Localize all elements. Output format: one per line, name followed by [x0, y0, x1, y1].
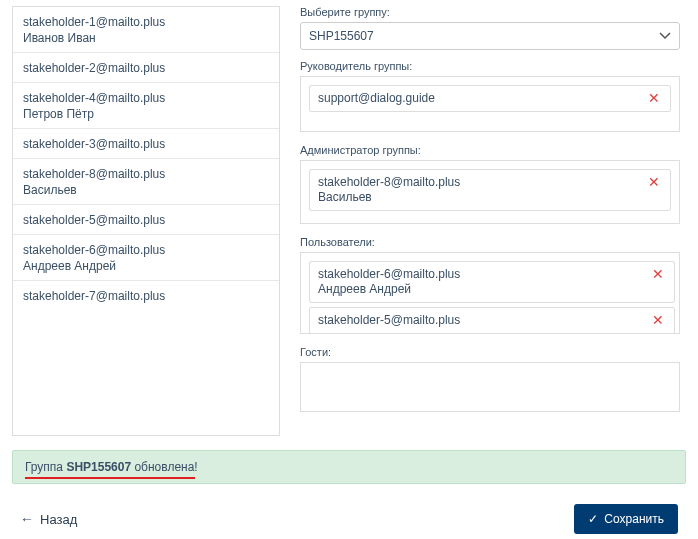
- admin-chip: stakeholder-8@mailto.plus Васильев ✕: [309, 169, 671, 211]
- list-item[interactable]: stakeholder-4@mailto.plus Петров Пётр: [13, 83, 279, 129]
- chip-email: stakeholder-8@mailto.plus: [318, 175, 640, 189]
- chevron-down-icon: [659, 29, 671, 43]
- group-admin-label: Администратор группы:: [300, 144, 680, 156]
- guests-label: Гости:: [300, 346, 680, 358]
- group-leader-label: Руководитель группы:: [300, 60, 680, 72]
- group-select[interactable]: SHP155607: [300, 22, 680, 50]
- users-label: Пользователи:: [300, 236, 680, 248]
- list-item[interactable]: stakeholder-6@mailto.plus Андреев Андрей: [13, 235, 279, 281]
- chip-email: stakeholder-6@mailto.plus: [318, 267, 644, 281]
- remove-icon[interactable]: ✕: [650, 267, 666, 281]
- stakeholder-email: stakeholder-2@mailto.plus: [23, 61, 269, 75]
- list-item[interactable]: stakeholder-7@mailto.plus: [13, 281, 279, 310]
- list-item[interactable]: stakeholder-2@mailto.plus: [13, 53, 279, 83]
- stakeholder-email: stakeholder-3@mailto.plus: [23, 137, 269, 151]
- leader-chip: support@dialog.guide ✕: [309, 85, 671, 112]
- list-item[interactable]: stakeholder-5@mailto.plus: [13, 205, 279, 235]
- leader-box[interactable]: support@dialog.guide ✕: [300, 76, 680, 132]
- stakeholder-email: stakeholder-4@mailto.plus: [23, 91, 269, 105]
- notification-suffix: обновлена!: [131, 460, 198, 474]
- user-chip: stakeholder-5@mailto.plus ✕: [309, 307, 675, 334]
- list-item[interactable]: stakeholder-8@mailto.plus Васильев: [13, 159, 279, 205]
- notification-group: SHP155607: [66, 460, 131, 474]
- save-label: Сохранить: [604, 512, 664, 526]
- chip-name: Васильев: [318, 190, 640, 204]
- stakeholder-list[interactable]: stakeholder-1@mailto.plus Иванов Иван st…: [12, 6, 280, 436]
- stakeholder-email: stakeholder-6@mailto.plus: [23, 243, 269, 257]
- stakeholder-email: stakeholder-8@mailto.plus: [23, 167, 269, 181]
- select-group-label: Выберите группу:: [300, 6, 680, 18]
- guests-box[interactable]: [300, 362, 680, 412]
- arrow-left-icon: ←: [20, 511, 34, 527]
- list-item[interactable]: stakeholder-1@mailto.plus Иванов Иван: [13, 7, 279, 53]
- notification-prefix: Группа: [25, 460, 66, 474]
- user-chip: stakeholder-6@mailto.plus Андреев Андрей…: [309, 261, 675, 303]
- chip-email: stakeholder-5@mailto.plus: [318, 313, 644, 327]
- back-button[interactable]: ← Назад: [20, 511, 77, 527]
- list-item[interactable]: stakeholder-3@mailto.plus: [13, 129, 279, 159]
- admin-box[interactable]: stakeholder-8@mailto.plus Васильев ✕: [300, 160, 680, 224]
- notification-bar: Группа SHP155607 обновлена!: [12, 450, 686, 484]
- remove-icon[interactable]: ✕: [646, 91, 662, 105]
- chip-email: support@dialog.guide: [318, 91, 640, 105]
- notification-underline: [25, 477, 195, 479]
- users-box[interactable]: stakeholder-6@mailto.plus Андреев Андрей…: [300, 252, 680, 334]
- back-label: Назад: [40, 512, 77, 527]
- chip-name: Андреев Андрей: [318, 282, 644, 296]
- stakeholder-name: Иванов Иван: [23, 31, 269, 45]
- stakeholder-email: stakeholder-1@mailto.plus: [23, 15, 269, 29]
- check-icon: [588, 512, 598, 526]
- save-button[interactable]: Сохранить: [574, 504, 678, 534]
- stakeholder-email: stakeholder-5@mailto.plus: [23, 213, 269, 227]
- group-selected-value: SHP155607: [309, 29, 374, 43]
- remove-icon[interactable]: ✕: [646, 175, 662, 189]
- stakeholder-name: Андреев Андрей: [23, 259, 269, 273]
- stakeholder-name: Васильев: [23, 183, 269, 197]
- stakeholder-email: stakeholder-7@mailto.plus: [23, 289, 269, 303]
- stakeholder-name: Петров Пётр: [23, 107, 269, 121]
- remove-icon[interactable]: ✕: [650, 313, 666, 327]
